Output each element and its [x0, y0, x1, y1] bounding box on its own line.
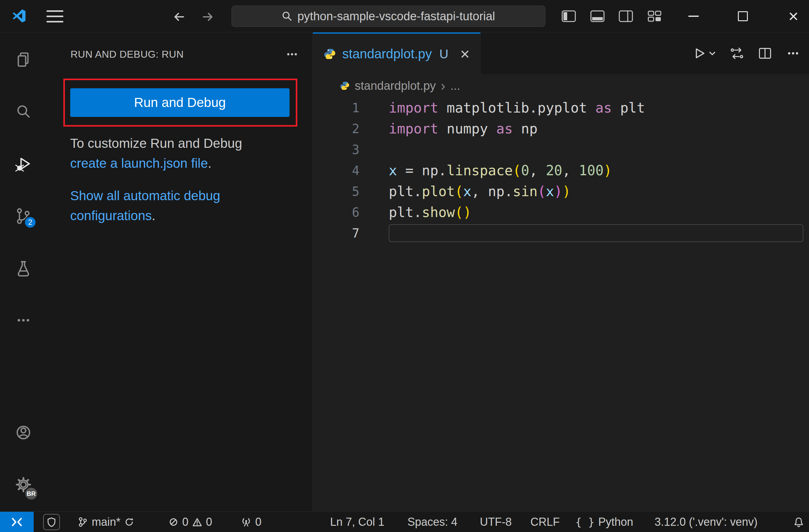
code-area[interactable]: 1import matplotlib.pyplot as plt2import … — [313, 97, 809, 511]
breadcrumb-filename[interactable]: standardplot.py — [355, 79, 436, 93]
code-line[interactable]: 2import numpy as np — [313, 118, 809, 139]
activity-testing[interactable] — [13, 258, 33, 278]
activity-account[interactable] — [13, 423, 33, 443]
editor-more-actions[interactable] — [786, 46, 800, 60]
show-debug-configs-link[interactable]: Show all automatic debug configurations — [70, 188, 220, 223]
git-branch-status[interactable]: main* — [78, 512, 134, 532]
code-line[interactable]: 3 — [313, 139, 809, 160]
activity-explorer[interactable] — [13, 50, 33, 70]
branch-label: main* — [92, 515, 120, 529]
close-button[interactable]: × — [781, 0, 806, 32]
run-python-file-button[interactable] — [692, 47, 716, 60]
breadcrumb-separator: › — [441, 79, 446, 93]
customize-hint-text: To customize Run and Debug create a laun… — [70, 134, 260, 173]
line-number[interactable]: 6 — [313, 205, 359, 219]
code-token: import — [389, 121, 438, 137]
more-horizontal-icon — [285, 48, 299, 61]
ports-status[interactable]: 0 — [241, 512, 261, 532]
python-icon — [340, 81, 350, 91]
code-token: np — [488, 183, 504, 199]
code-line-text[interactable] — [389, 224, 803, 242]
more-horizontal-icon — [14, 311, 32, 329]
menu-icon[interactable] — [47, 10, 63, 22]
code-line[interactable]: 5plt.plot(x, np.sin(x)) — [313, 181, 809, 202]
title-bar: python-sample-vscode-fastapi-tutorial × — [0, 0, 809, 32]
run-and-debug-button[interactable]: Run and Debug — [70, 88, 290, 117]
code-line-text[interactable]: plt.plot(x, np.sin(x)) — [389, 181, 809, 202]
code-line[interactable]: 6plt.show() — [313, 202, 809, 223]
encoding-status[interactable]: UTF-8 — [480, 512, 512, 532]
maximize-button[interactable] — [730, 0, 755, 32]
notifications-bell[interactable] — [793, 512, 804, 532]
line-number[interactable]: 5 — [313, 184, 359, 199]
code-token: 100 — [579, 162, 603, 178]
line-number[interactable]: 4 — [313, 163, 359, 178]
eol-status[interactable]: CRLF — [530, 512, 560, 532]
git-status-badge: U — [439, 47, 448, 61]
code-token: np — [521, 121, 537, 137]
breadcrumb-symbol[interactable]: ... — [450, 79, 461, 93]
split-editor-button[interactable] — [758, 46, 772, 60]
code-line-text[interactable] — [389, 139, 809, 160]
search-icon — [14, 103, 32, 121]
language-status[interactable]: { } Python — [575, 512, 633, 532]
code-line-text[interactable]: import matplotlib.pyplot as plt — [389, 97, 809, 118]
layout-grid-icon — [647, 10, 662, 22]
vscode-logo-icon — [12, 9, 26, 23]
code-line-text[interactable]: x = np.linspace(0, 20, 100) — [389, 160, 809, 181]
back-button[interactable] — [172, 10, 186, 24]
indentation-status[interactable]: Spaces: 4 — [408, 512, 458, 532]
workspace-trust-badge[interactable] — [43, 512, 60, 532]
cursor-position-status[interactable]: Ln 7, Col 1 — [330, 512, 384, 532]
views-more-actions[interactable] — [285, 48, 299, 61]
chevron-down-icon — [708, 50, 716, 57]
problems-status[interactable]: 0 0 — [169, 512, 212, 532]
activity-run-debug[interactable] — [13, 154, 33, 174]
minimize-button[interactable] — [681, 0, 706, 32]
python-interpreter-status[interactable]: 3.12.0 ('.venv': venv) — [655, 512, 758, 532]
code-line[interactable]: 4x = np.linspace(0, 20, 100) — [313, 160, 809, 181]
status-bar: main* 0 0 0 Ln 7, Col 1 Spaces: 4 UTF-8 … — [0, 511, 809, 532]
customize-prefix: To customize Run and Debug — [70, 136, 242, 150]
code-line[interactable]: 7 — [313, 223, 809, 244]
activity-search[interactable] — [13, 102, 33, 122]
open-changes-button[interactable] — [730, 46, 744, 60]
remote-indicator[interactable] — [0, 512, 34, 532]
tab-standardplot[interactable]: standardplot.py U × — [313, 32, 480, 74]
radio-tower-icon — [241, 517, 252, 527]
code-token: import — [389, 100, 438, 116]
code-line-text[interactable]: plt.show() — [389, 202, 809, 223]
tab-close-icon[interactable]: × — [460, 46, 469, 62]
forward-button[interactable] — [201, 10, 214, 24]
line-number[interactable]: 7 — [313, 226, 359, 241]
code-line[interactable]: 1import matplotlib.pyplot as plt — [313, 97, 809, 118]
toggle-secondary-sidebar-icon[interactable] — [618, 10, 633, 22]
line-number[interactable]: 2 — [313, 122, 359, 136]
line-number[interactable]: 1 — [313, 101, 359, 115]
port-count: 0 — [255, 515, 261, 529]
braces-icon: { } — [575, 516, 595, 528]
workbench: 2 — [0, 32, 809, 511]
code-token: ) — [463, 204, 471, 220]
code-token: np — [422, 162, 438, 178]
customize-layout-icon[interactable] — [647, 10, 662, 22]
toggle-panel-icon[interactable] — [590, 10, 605, 22]
vscode-logo — [12, 9, 26, 23]
code-token: x — [463, 183, 471, 199]
minimize-icon — [688, 16, 699, 17]
tab-bar: standardplot.py U × — [313, 32, 809, 74]
activity-source-control[interactable]: 2 — [13, 206, 33, 226]
command-center-search[interactable]: python-sample-vscode-fastapi-tutorial — [231, 6, 545, 27]
debug-icon — [14, 155, 33, 173]
code-token: sin — [513, 183, 537, 199]
code-token: . — [413, 183, 422, 199]
activity-more[interactable] — [13, 310, 33, 330]
code-line-text[interactable]: import numpy as np — [389, 118, 809, 139]
line-number[interactable]: 3 — [313, 142, 359, 157]
code-token: . — [438, 162, 447, 178]
arrow-left-icon — [172, 10, 186, 24]
toggle-sidebar-icon[interactable] — [561, 10, 576, 22]
create-launch-json-link[interactable]: create a launch.json file — [70, 156, 208, 171]
breadcrumb[interactable]: standardplot.py › ... — [313, 74, 809, 97]
activity-settings[interactable]: BR — [13, 475, 33, 495]
